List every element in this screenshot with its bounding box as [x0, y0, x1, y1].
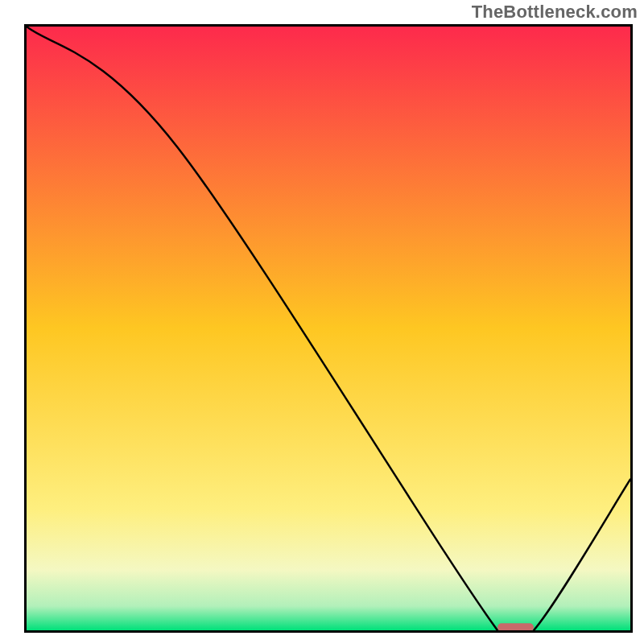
gradient-background — [27, 27, 630, 630]
plot-area — [24, 24, 633, 633]
attribution-label: TheBottleneck.com — [472, 2, 638, 23]
chart-container: TheBottleneck.com — [0, 0, 644, 644]
optimum-marker — [497, 623, 534, 630]
chart-svg — [27, 27, 630, 630]
